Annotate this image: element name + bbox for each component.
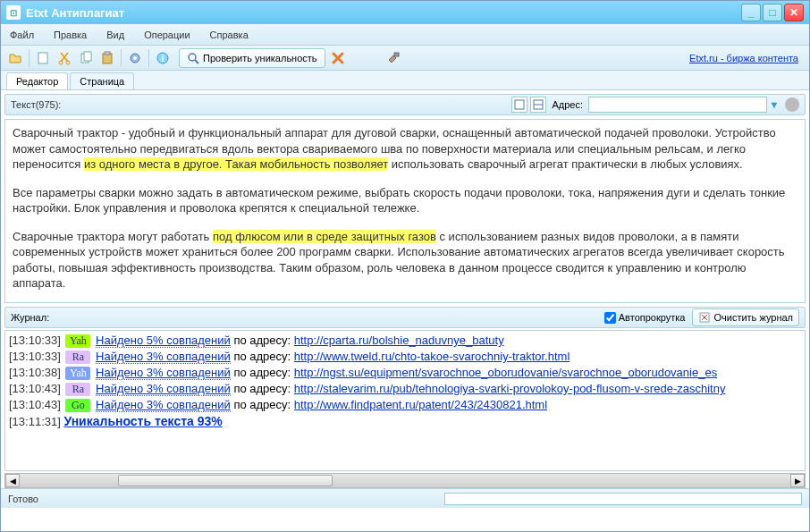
address-dropdown-icon[interactable]: ▼ <box>767 99 781 110</box>
menu-view[interactable]: Вид <box>106 30 124 40</box>
result-url[interactable]: http://cparta.ru/bolshie_naduvnye_batuty <box>294 334 504 347</box>
info-icon[interactable]: i <box>154 49 172 67</box>
found-link[interactable]: Найдено 3% совпадений <box>96 366 231 380</box>
log-addr-prefix: по адресу: <box>231 350 294 363</box>
engine-badge: Ra <box>65 383 90 396</box>
check-label: Проверить уникальность <box>203 53 317 63</box>
engine-badge: Yah <box>65 334 90 348</box>
log-timestamp: [13:10:33] <box>9 334 61 347</box>
scroll-left-icon[interactable]: ◀ <box>5 474 20 487</box>
found-link[interactable]: Найдено 3% совпадений <box>96 382 231 396</box>
engine-badge: Ra <box>65 350 90 364</box>
log-area[interactable]: [13:10:33] Yah Найдено 5% совпадений по … <box>4 330 806 471</box>
close-button[interactable]: ✕ <box>784 4 804 21</box>
progress-bar <box>444 493 802 505</box>
status-text: Готово <box>8 494 38 504</box>
cancel-icon[interactable] <box>329 49 347 67</box>
editor-area[interactable]: Сварочный трактор - удобный и функционал… <box>4 119 806 303</box>
result-url[interactable]: http://ngst.su/equipment/svarochnoe_obor… <box>294 366 717 379</box>
window-title: Etxt Антиплагиат <box>26 6 124 20</box>
log-timestamp: [13:10:33] <box>9 350 61 363</box>
engine-badge: Go <box>65 399 90 412</box>
log-addr-prefix: по адресу: <box>231 398 294 411</box>
svg-text:i: i <box>162 54 165 63</box>
log-header: Журнал: Автопрокрутка Очистить журнал <box>4 307 806 328</box>
menubar: Файл Правка Вид Операции Справка <box>1 24 809 46</box>
svg-rect-4 <box>84 52 91 61</box>
svg-line-12 <box>195 60 198 63</box>
clear-log-button[interactable]: Очистить журнал <box>692 308 799 326</box>
maximize-button[interactable]: □ <box>763 4 782 21</box>
horizontal-scrollbar[interactable]: ◀ ▶ <box>4 473 806 488</box>
log-row: [13:10:33] Ra Найдено 3% совпадений по а… <box>9 349 801 365</box>
log-addr-prefix: по адресу: <box>231 366 294 379</box>
svg-rect-5 <box>103 54 112 63</box>
log-row-final: [13:11:31] Уникальность текста 93% <box>9 413 801 429</box>
result-url[interactable]: http://stalevarim.ru/pub/tehnologiya-sva… <box>294 382 726 395</box>
menu-edit[interactable]: Правка <box>54 30 87 40</box>
newdoc-icon[interactable] <box>34 49 52 67</box>
result-url[interactable]: http://www.tweld.ru/chto-takoe-svarochni… <box>294 350 570 363</box>
log-timestamp: [13:10:38] <box>9 366 61 379</box>
view-mode-split-icon[interactable] <box>530 97 546 113</box>
highlight: под флюсом или в среде защитных газов <box>213 230 436 243</box>
svg-rect-14 <box>515 100 524 109</box>
editor-subbar: Текст(975): Адрес: ▼ <box>4 94 806 115</box>
open-icon[interactable] <box>6 49 24 67</box>
clear-label: Очистить журнал <box>713 312 793 323</box>
exchange-link[interactable]: Etxt.ru - биржа контента <box>689 53 798 63</box>
svg-rect-13 <box>394 53 399 56</box>
svg-rect-6 <box>105 52 110 55</box>
globe-icon[interactable] <box>785 97 799 112</box>
scroll-right-icon[interactable]: ▶ <box>790 474 805 487</box>
view-mode-single-icon[interactable] <box>511 97 527 113</box>
log-row: [13:10:43] Go Найдено 3% совпадений по а… <box>9 397 801 413</box>
check-uniqueness-button[interactable]: Проверить уникальность <box>179 48 325 68</box>
editor-text: Все параметры сварки можно задать в авто… <box>13 185 797 216</box>
log-timestamp: [13:10:43] <box>9 382 61 395</box>
toolbar: i Проверить уникальность Etxt.ru - биржа… <box>1 46 809 71</box>
menu-operations[interactable]: Операции <box>144 30 190 40</box>
address-input[interactable] <box>588 97 767 113</box>
magnifier-icon <box>187 52 199 64</box>
svg-point-8 <box>133 56 137 60</box>
found-link[interactable]: Найдено 3% совпадений <box>96 350 231 364</box>
editor-text: Сварочные трактора могут работать <box>13 230 213 243</box>
log-row: [13:10:38] Yah Найдено 3% совпадений по … <box>9 365 801 381</box>
minimize-button[interactable]: _ <box>741 4 761 21</box>
log-label: Журнал: <box>11 312 49 323</box>
engine-badge: Yah <box>65 367 90 380</box>
tab-editor[interactable]: Редактор <box>6 72 68 89</box>
svg-point-11 <box>189 54 196 61</box>
text-counter: Текст(975): <box>11 99 61 110</box>
statusbar: Готово <box>1 488 809 508</box>
autoscroll-checkbox[interactable] <box>604 312 616 324</box>
svg-rect-0 <box>38 53 47 63</box>
log-row: [13:10:43] Ra Найдено 3% совпадений по а… <box>9 381 801 397</box>
gear-icon[interactable] <box>126 49 144 67</box>
result-url[interactable]: http://www.findpatent.ru/patent/243/2430… <box>294 398 547 411</box>
app-icon: ⊡ <box>6 5 21 20</box>
log-row: [13:10:33] Yah Найдено 5% совпадений по … <box>9 333 801 349</box>
tabbar: Редактор Страница <box>1 71 809 90</box>
log-addr-prefix: по адресу: <box>231 334 294 347</box>
titlebar: ⊡ Etxt Антиплагиат _ □ ✕ <box>1 1 809 24</box>
tab-page[interactable]: Страница <box>70 72 134 89</box>
menu-file[interactable]: Файл <box>10 30 34 40</box>
hammer-icon[interactable] <box>384 49 402 67</box>
scroll-thumb[interactable] <box>118 475 333 486</box>
found-link[interactable]: Найдено 5% совпадений <box>96 334 231 348</box>
highlight: из одного места в другое. Такая мобильно… <box>84 157 388 171</box>
log-addr-prefix: по адресу: <box>231 382 294 395</box>
uniqueness-result[interactable]: Уникальность текста 93% <box>63 414 222 428</box>
autoscroll-label: Автопрокрутка <box>619 312 686 323</box>
copy-icon[interactable] <box>77 49 95 67</box>
address-label: Адрес: <box>552 99 583 110</box>
menu-help[interactable]: Справка <box>210 30 249 40</box>
found-link[interactable]: Найдено 3% совпадений <box>96 398 231 412</box>
paste-icon[interactable] <box>98 49 116 67</box>
editor-text: использовать сварочный агрегат практичес… <box>388 157 743 171</box>
clear-icon <box>698 311 711 324</box>
log-timestamp: [13:11:31] <box>9 415 61 428</box>
cut-icon[interactable] <box>55 49 73 67</box>
